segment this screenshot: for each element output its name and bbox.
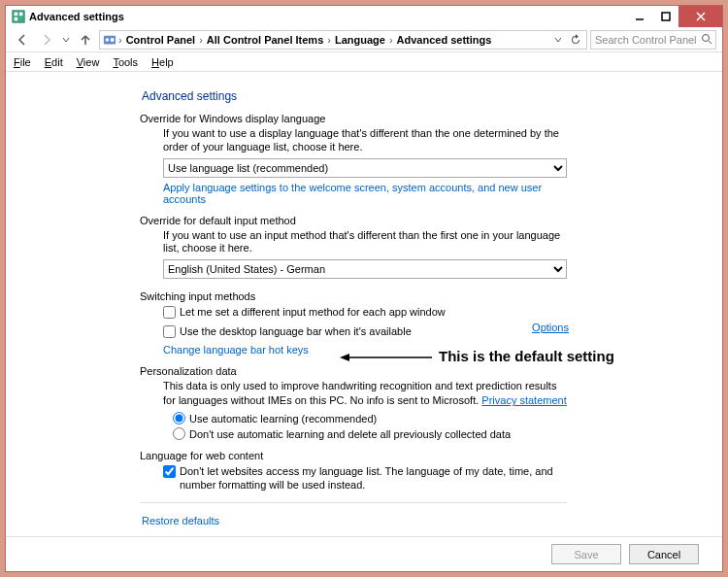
breadcrumb-item[interactable]: Language [333, 34, 387, 46]
close-button[interactable] [678, 6, 722, 27]
svg-point-11 [703, 34, 710, 41]
menu-help[interactable]: Help [151, 56, 174, 68]
search-placeholder: Search Control Panel [595, 34, 697, 46]
cancel-button[interactable]: Cancel [629, 544, 699, 564]
chevron-right-icon: › [389, 34, 393, 46]
breadcrumb[interactable]: › Control Panel › All Control Panel Item… [99, 30, 587, 50]
content-area: Advanced settings Override for Windows d… [6, 72, 722, 536]
svg-point-9 [106, 38, 110, 42]
menubar: File Edit View Tools Help [6, 52, 722, 72]
up-button[interactable] [75, 30, 96, 50]
apply-settings-link[interactable]: Apply language settings to the welcome s… [163, 182, 569, 205]
breadcrumb-item[interactable]: All Control Panel Items [205, 34, 325, 46]
nav-toolbar: › Control Panel › All Control Panel Item… [6, 27, 722, 52]
section-desc: If you want to use an input method that'… [163, 229, 569, 256]
svg-rect-1 [15, 13, 18, 17]
display-language-combo[interactable]: Use language list (recommended) [163, 158, 567, 178]
svg-rect-2 [19, 13, 23, 17]
refresh-icon[interactable] [568, 34, 583, 46]
recent-dropdown[interactable] [60, 30, 72, 50]
svg-line-12 [709, 41, 711, 44]
page-title: Advanced settings [142, 89, 722, 103]
search-icon [701, 33, 712, 47]
maximize-button[interactable] [652, 6, 678, 27]
section-header: Override for default input method [140, 215, 722, 226]
menu-view[interactable]: View [77, 56, 100, 68]
chevron-right-icon: › [199, 34, 203, 46]
chevron-down-icon[interactable] [550, 36, 566, 44]
window-title: Advanced settings [29, 11, 626, 22]
menu-edit[interactable]: Edit [45, 56, 63, 68]
no-auto-learning-radio[interactable]: Don't use automatic learning and delete … [173, 427, 569, 440]
section-header: Override for Windows display language [140, 113, 722, 124]
options-link[interactable]: Options [532, 322, 569, 341]
titlebar: Advanced settings [6, 6, 722, 27]
menu-tools[interactable]: Tools [113, 56, 138, 68]
chevron-right-icon: › [118, 34, 122, 46]
footer: Save Cancel [6, 536, 722, 571]
chevron-right-icon: › [327, 34, 331, 46]
hotkeys-link[interactable]: Change language bar hot keys [163, 344, 309, 356]
svg-rect-5 [662, 13, 670, 20]
svg-rect-10 [111, 38, 115, 42]
breadcrumb-item[interactable]: Advanced settings [395, 34, 494, 46]
forward-button[interactable] [36, 30, 57, 50]
restore-defaults-link[interactable]: Restore defaults [142, 515, 219, 526]
input-method-combo[interactable]: English (United States) - German [163, 259, 567, 279]
web-content-checkbox[interactable]: Don't let websites access my language li… [163, 464, 569, 492]
privacy-link[interactable]: Privacy statement [481, 394, 566, 408]
menu-file[interactable]: File [14, 56, 31, 68]
breadcrumb-root[interactable]: Control Panel [124, 34, 198, 46]
minimize-button[interactable] [626, 6, 652, 27]
section-header: Personalization data [140, 365, 722, 377]
save-button[interactable]: Save [551, 544, 621, 564]
section-header: Language for web content [140, 450, 722, 461]
section-header: Switching input methods [140, 290, 722, 302]
desktop-langbar-checkbox[interactable]: Use the desktop language bar when it's a… [163, 324, 532, 338]
control-panel-icon [12, 10, 25, 23]
svg-rect-3 [15, 17, 18, 21]
divider [140, 502, 567, 503]
section-desc: This data is only used to improve handwr… [163, 380, 569, 409]
per-app-input-checkbox[interactable]: Let me set a different input method for … [163, 305, 569, 319]
auto-learning-radio[interactable]: Use automatic learning (recommended) [173, 412, 569, 424]
search-input[interactable]: Search Control Panel [590, 30, 716, 50]
section-desc: If you want to use a display language th… [163, 127, 569, 154]
back-button[interactable] [12, 30, 33, 50]
control-panel-icon [103, 33, 116, 47]
